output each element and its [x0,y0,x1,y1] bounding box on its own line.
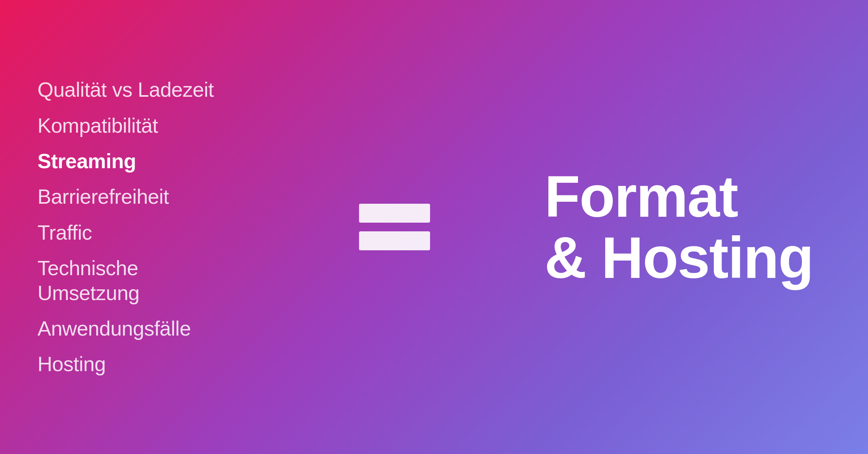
equals-bar-bottom [359,231,430,250]
nav-item-technische-umsetzung: Technische Umsetzung [37,256,245,305]
center-panel [245,204,544,250]
equals-bar-top [359,204,430,223]
main-title-line1: Format [544,166,813,227]
nav-item-anwendungsfaelle: Anwendungsfälle [37,316,245,341]
nav-item-qualitaet: Qualität vs Ladezeit [37,77,245,102]
main-title: Format & Hosting [544,166,813,289]
main-title-line2: & Hosting [544,227,813,288]
equals-icon [359,204,430,250]
slide: Qualität vs Ladezeit Kompatibilität Stre… [0,0,868,454]
nav-list: Qualität vs Ladezeit Kompatibilität Stre… [0,77,245,377]
nav-item-streaming: Streaming [37,149,245,173]
nav-item-kompatibilitaet: Kompatibilität [37,113,245,138]
right-panel: Format & Hosting [544,166,868,289]
nav-item-barrierefreiheit: Barrierefreiheit [37,184,245,209]
nav-item-traffic: Traffic [37,220,245,245]
nav-item-hosting: Hosting [37,352,245,376]
